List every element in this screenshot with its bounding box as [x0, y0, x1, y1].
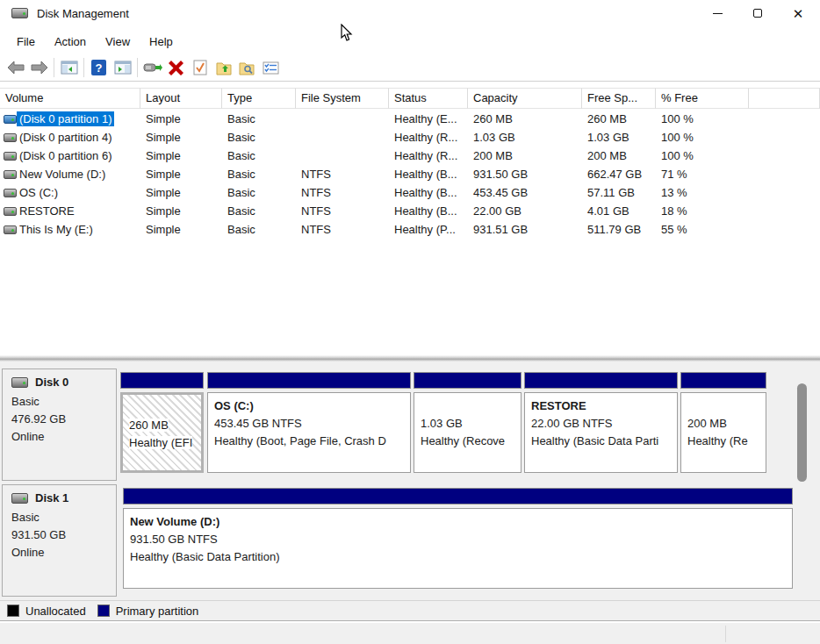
- table-row[interactable]: OS (C:)SimpleBasicNTFSHealthy (B...453.4…: [0, 183, 820, 202]
- forward-button[interactable]: [27, 57, 51, 79]
- cell-pct-free: 100 %: [656, 149, 749, 162]
- cell-free-space: 57.11 GB: [582, 186, 656, 199]
- disk-label-1[interactable]: Disk 1Basic931.50 GBOnline: [2, 484, 117, 597]
- close-button[interactable]: ✕: [778, 0, 818, 26]
- legend-label: Primary partition: [116, 605, 199, 618]
- column-header-type[interactable]: Type: [222, 88, 296, 109]
- status-bar: [0, 623, 820, 644]
- connect-device-button[interactable]: [140, 57, 164, 79]
- cell-free-space: 260 MB: [582, 112, 656, 125]
- column-header-pct-free[interactable]: % Free: [656, 88, 749, 109]
- toolbar-separator: [54, 58, 54, 77]
- column-header-status[interactable]: Status: [389, 88, 468, 109]
- cell-status: Healthy (B...: [389, 168, 468, 181]
- maximize-button[interactable]: [737, 0, 778, 26]
- volume-cell[interactable]: (Disk 0 partition 4): [0, 130, 140, 145]
- partition-status: Healthy (Recove: [421, 433, 514, 450]
- column-header-volume[interactable]: Volume: [0, 88, 140, 109]
- menu-bar: File Action View Help: [0, 28, 820, 54]
- partition-body: 200 MBHealthy (Re: [680, 392, 766, 473]
- disk-size: 476.92 GB: [11, 411, 116, 428]
- cell-pct-free: 18 %: [656, 204, 749, 218]
- table-row[interactable]: RESTORESimpleBasicNTFSHealthy (B...22.00…: [0, 202, 820, 220]
- column-header-free-space[interactable]: Free Sp...: [582, 88, 656, 109]
- volume-name: (Disk 0 partition 4): [17, 130, 114, 145]
- cell-capacity: 1.03 GB: [468, 131, 582, 144]
- minimize-button[interactable]: [697, 0, 737, 26]
- table-row[interactable]: This Is My (E:)SimpleBasicNTFSHealthy (P…: [0, 220, 820, 239]
- volume-cell[interactable]: RESTORE: [0, 204, 140, 218]
- import-disk-button[interactable]: [212, 57, 235, 79]
- scrollbar-thumb[interactable]: [797, 383, 807, 482]
- cell-free-space: 4.01 GB: [582, 204, 656, 218]
- legend-label: Unallocated: [25, 605, 86, 618]
- column-header-file-system[interactable]: File System: [296, 88, 389, 109]
- table-row[interactable]: (Disk 0 partition 1)SimpleBasicHealthy (…: [0, 110, 820, 128]
- column-header-layout[interactable]: Layout: [140, 88, 222, 109]
- volume-cell[interactable]: New Volume (D:): [0, 167, 140, 182]
- partition[interactable]: OS (C:)453.45 GB NTFSHealthy (Boot, Page…: [207, 372, 411, 473]
- cell-layout: Simple: [140, 112, 222, 125]
- table-row[interactable]: (Disk 0 partition 4)SimpleBasicHealthy (…: [0, 128, 820, 147]
- cell-capacity: 260 MB: [468, 112, 582, 125]
- cell-status: Healthy (R...: [389, 149, 468, 162]
- partition[interactable]: RESTORE22.00 GB NTFSHealthy (Basic Data …: [524, 372, 678, 473]
- cell-capacity: 453.45 GB: [468, 186, 582, 199]
- table-row[interactable]: (Disk 0 partition 6)SimpleBasicHealthy (…: [0, 147, 820, 165]
- status-bar-divider: [725, 626, 726, 642]
- cell-layout: Simple: [140, 168, 222, 181]
- partition-color-bar: [123, 488, 793, 504]
- volume-name: (Disk 0 partition 1): [17, 111, 114, 126]
- toolbar: ?: [0, 54, 820, 82]
- delete-volume-button[interactable]: [164, 57, 188, 79]
- menu-action[interactable]: Action: [45, 32, 96, 52]
- menu-view[interactable]: View: [96, 32, 140, 52]
- cell-type: Basic: [222, 186, 296, 199]
- menu-file[interactable]: File: [7, 32, 45, 52]
- cell-layout: Simple: [140, 186, 222, 199]
- properties-icon: [263, 61, 279, 75]
- table-row[interactable]: New Volume (D:)SimpleBasicNTFSHealthy (B…: [0, 165, 820, 183]
- partition[interactable]: 1.03 GBHealthy (Recove: [414, 372, 521, 473]
- partition-size: 453.45 GB NTFS: [214, 415, 404, 433]
- volume-cell[interactable]: (Disk 0 partition 6): [0, 148, 140, 163]
- legend-swatch: [97, 605, 110, 617]
- column-header-capacity[interactable]: Capacity: [468, 88, 582, 109]
- window-title: Disk Management: [37, 7, 129, 20]
- partition-status: Healthy (Basic Data Partition): [130, 548, 786, 566]
- volume-cell[interactable]: OS (C:): [0, 185, 140, 200]
- cell-status: Healthy (B...: [389, 204, 468, 218]
- partition[interactable]: New Volume (D:)931.50 GB NTFSHealthy (Ba…: [123, 488, 793, 589]
- partition[interactable]: 260 MBHealthy (EFI: [120, 372, 204, 473]
- partition[interactable]: 200 MBHealthy (Re: [680, 372, 766, 473]
- cell-free-space: 200 MB: [582, 149, 656, 162]
- show-console-tree-button[interactable]: [57, 57, 81, 79]
- cell-layout: Simple: [140, 204, 222, 218]
- pane-splitter[interactable]: [0, 355, 820, 361]
- cell-file-system: NTFS: [296, 168, 389, 181]
- mark-partition-button[interactable]: [188, 57, 212, 79]
- disk-name: Disk 0: [35, 376, 68, 389]
- properties-button[interactable]: [259, 57, 283, 79]
- vertical-scrollbar[interactable]: [794, 364, 810, 597]
- cell-type: Basic: [222, 149, 296, 162]
- cell-layout: Simple: [140, 131, 222, 144]
- volume-list-header: Volume Layout Type File System Status Ca…: [0, 88, 820, 109]
- volume-name: (Disk 0 partition 6): [17, 148, 114, 163]
- partition-color-bar: [120, 372, 204, 389]
- partition-status: Healthy (EFI: [129, 434, 195, 452]
- help-button[interactable]: ?: [87, 57, 111, 79]
- partition-size: 260 MB: [129, 417, 195, 434]
- legend-item: Unallocated: [7, 605, 86, 618]
- cell-pct-free: 13 %: [656, 186, 749, 199]
- back-button[interactable]: [4, 57, 27, 79]
- menu-help[interactable]: Help: [140, 32, 183, 52]
- disk-label-0[interactable]: Disk 0Basic476.92 GBOnline: [2, 369, 117, 481]
- show-action-pane-button[interactable]: [111, 57, 134, 79]
- cell-capacity: 22.00 GB: [468, 204, 582, 218]
- volume-cell[interactable]: This Is My (E:): [0, 222, 140, 237]
- volume-cell[interactable]: (Disk 0 partition 1): [0, 111, 140, 126]
- cell-layout: Simple: [140, 223, 222, 236]
- explore-button[interactable]: [235, 57, 259, 79]
- svg-text:?: ?: [96, 61, 103, 75]
